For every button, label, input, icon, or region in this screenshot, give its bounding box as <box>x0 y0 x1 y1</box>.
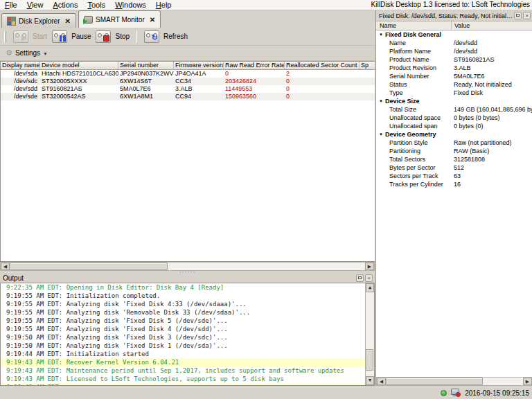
status-bar: 2016-09-15 09:25:15 <box>0 386 532 399</box>
menu-file[interactable]: File <box>0 0 22 10</box>
output-title: Output <box>3 274 24 282</box>
property-name: Partition Style <box>389 139 454 147</box>
panel-h-scrollbar[interactable]: ◀ ▶ <box>376 377 532 386</box>
table-cell: 0 <box>360 85 375 93</box>
tab-label: SMART Monitor <box>96 16 145 24</box>
settings-bar: ⚙ Settings ▼ <box>0 46 375 61</box>
table-row[interactable]: /dev/sddST9160821AS5MA0L7E63.ALB11449553… <box>1 85 375 93</box>
scroll-left-icon[interactable]: ◀ <box>1 263 10 270</box>
table-cell: 11449553 <box>224 85 285 93</box>
menu-items: FileViewActionsToolsWindowsHelp <box>0 0 176 10</box>
table-cell: /dev/sdd <box>1 85 40 93</box>
property-value: Ready, Not initialized <box>454 80 532 89</box>
refresh-button[interactable]: Refresh <box>144 30 188 43</box>
property-name: Serial Number <box>389 72 454 80</box>
column-header-name[interactable]: Name <box>376 21 452 30</box>
column-header[interactable]: Sp <box>360 62 375 69</box>
scrollbar-thumb[interactable] <box>10 263 168 270</box>
property-name: Sectors per Track <box>389 172 454 180</box>
menu-windows[interactable]: Windows <box>110 0 151 10</box>
column-header[interactable]: Firmware version <box>174 62 224 69</box>
toolbar-grip[interactable] <box>4 31 6 42</box>
scroll-up-icon[interactable]: ▲ <box>366 283 374 292</box>
property-name: Partitioning <box>389 147 454 155</box>
close-panel-icon[interactable]: × <box>523 12 531 19</box>
menu-bar: FileViewActionsToolsWindowsHelp KillDisk… <box>0 0 532 10</box>
property-name: Unallocated space <box>389 114 454 122</box>
chevron-down-icon: ▼ <box>43 51 48 56</box>
tree-item-row[interactable]: Total Sectors312581808 <box>376 155 532 163</box>
table-row[interactable]: /dev/sdeST32000542AS6XW1A8M1CC9415096356… <box>1 93 375 100</box>
property-name: Platform Name <box>389 47 454 55</box>
table-cell: 203426824 <box>224 78 285 85</box>
tab-disk-explorer[interactable]: Disk Explorer ✕ <box>1 13 76 28</box>
tree-item-row[interactable]: Name/dev/sdd <box>376 39 532 47</box>
table-cell: CC34 <box>174 78 224 85</box>
menu-tools[interactable]: Tools <box>83 0 111 10</box>
tree-item-row[interactable]: Unallocated space0 bytes (0 bytes) <box>376 114 532 122</box>
close-icon[interactable]: ✕ <box>150 16 155 24</box>
table-cell: Hitachi HDS721010CLA630 <box>40 70 118 78</box>
tree-item-row[interactable]: Product NameST9160821AS <box>376 55 532 64</box>
tree-item-row[interactable]: Bytes per Sector512 <box>376 163 532 172</box>
tab-smart-monitor[interactable]: SMART Monitor ✕ <box>78 10 161 28</box>
tree-item-row[interactable]: PartitioningRAW (Basic) <box>376 147 532 155</box>
device-tree: ▼Fixed Disk GeneralName/dev/sddPlatform … <box>376 30 532 378</box>
column-header-value[interactable]: Value <box>452 21 532 30</box>
tree-item-row[interactable]: StatusReady, Not initialized <box>376 80 532 89</box>
table-h-scrollbar[interactable]: ◀ ▶ <box>0 262 375 271</box>
scrollbar-thumb[interactable] <box>386 378 483 385</box>
column-header[interactable]: Serial number <box>118 62 174 69</box>
tree-group-row[interactable]: ▼Fixed Disk General <box>376 30 532 39</box>
table-cell: 0 <box>285 85 360 93</box>
column-header[interactable]: Raw Read Error Rate <box>224 62 285 69</box>
column-header[interactable]: Display name <box>1 62 40 69</box>
collapse-triangle-icon[interactable]: ▼ <box>379 132 383 136</box>
table-row[interactable]: /dev/sdcST320005XXXX6XW14S6TCC3420342682… <box>1 78 375 85</box>
output-v-scrollbar[interactable]: ▲ ▼ <box>365 283 374 385</box>
column-header[interactable]: Device model <box>40 62 118 69</box>
stop-button[interactable]: Stop <box>96 30 130 43</box>
tree-group-row[interactable]: ▼Device Size <box>376 97 532 105</box>
collapse-triangle-icon[interactable]: ▼ <box>379 99 383 103</box>
tree-item-row[interactable]: Product Revision3.ALB <box>376 64 532 72</box>
tree-item-row[interactable]: Tracks per Cylinder16 <box>376 180 532 188</box>
log-line: 9:19:43 AM EDT: Licensed to LSoft Techno… <box>1 375 374 383</box>
tree-group-label: Fixed Disk General <box>385 31 441 38</box>
pause-button[interactable]: Pause <box>52 30 91 43</box>
property-name: Product Name <box>389 55 454 64</box>
menu-actions[interactable]: Actions <box>48 0 82 10</box>
column-header[interactable]: Reallocated Sector Count <box>285 62 360 69</box>
log-line: 9:19:55 AM EDT: Analyzing disk 'Fixed Di… <box>1 317 374 325</box>
tree-item-row[interactable]: Total Size149 GB (160,041,885,696 bytes) <box>376 105 532 114</box>
table-row[interactable]: /dev/sdaHitachi HDS721010CLA630JP2940N03… <box>1 70 375 78</box>
float-panel-icon[interactable] <box>356 274 364 282</box>
scroll-left-icon[interactable]: ◀ <box>377 378 386 385</box>
tree-item-row[interactable]: Platform Name/dev/sdd <box>376 47 532 55</box>
output-log: 9:22:35 AM EDT: Opening in Disk Editor: … <box>0 283 375 386</box>
tree-item-row[interactable]: Serial Number5MA0L7E6 <box>376 72 532 80</box>
log-line: 9:19:55 AM EDT: Analyzing disk 'Fixed Di… <box>1 325 374 333</box>
scroll-down-icon[interactable]: ▼ <box>366 376 374 385</box>
tab-bar: Disk Explorer ✕ SMART Monitor ✕ <box>0 10 375 28</box>
close-panel-icon[interactable]: × <box>365 274 373 282</box>
float-panel-icon[interactable] <box>514 12 522 19</box>
tree-item-row[interactable]: Partition StyleRaw (not partitioned) <box>376 139 532 147</box>
tree-item-row[interactable]: Unallocated span0 bytes (0) <box>376 122 532 130</box>
scroll-right-icon[interactable]: ▶ <box>523 378 532 385</box>
tree-group-row[interactable]: ▼Device Geometry <box>376 130 532 139</box>
left-pane: Disk Explorer ✕ SMART Monitor ✕ Start Pa… <box>0 10 375 386</box>
table-cell: 5MA0L7E6 <box>118 85 174 93</box>
close-icon[interactable]: ✕ <box>64 17 70 25</box>
property-value: 312581808 <box>454 155 532 163</box>
scrollbar-thumb[interactable] <box>366 349 373 370</box>
settings-button[interactable]: ⚙ Settings ▼ <box>6 49 48 57</box>
collapse-triangle-icon[interactable]: ▼ <box>379 33 383 37</box>
tree-item-row[interactable]: TypeFixed Disk <box>376 89 532 97</box>
tree-item-row[interactable]: Sectors per Track63 <box>376 172 532 180</box>
menu-view[interactable]: View <box>22 0 48 10</box>
start-icon <box>13 30 28 43</box>
scroll-right-icon[interactable]: ▶ <box>365 263 374 270</box>
pause-icon <box>52 30 67 43</box>
menu-help[interactable]: Help <box>151 0 177 10</box>
